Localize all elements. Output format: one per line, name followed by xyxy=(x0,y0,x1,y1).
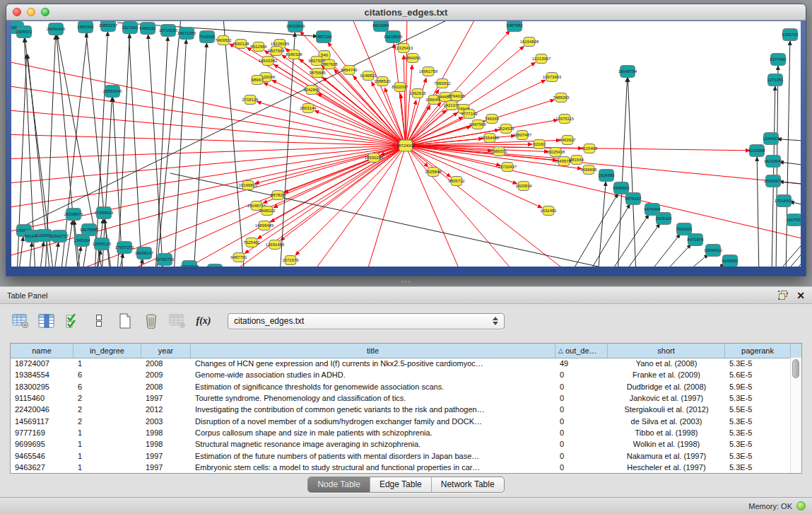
column-header-title[interactable]: title xyxy=(191,344,555,358)
vertical-scrollbar[interactable] xyxy=(790,358,801,473)
graph-node-label: 2935114 xyxy=(656,216,673,221)
graph-edge[interactable] xyxy=(156,21,181,267)
table-row[interactable]: 946554611997Estimation of the future num… xyxy=(11,450,791,461)
column-header-in_degree[interactable]: in_degree xyxy=(73,344,141,358)
graph-edge[interactable] xyxy=(777,139,801,141)
graph-edge[interactable] xyxy=(11,146,406,159)
graph-node-label: 8215958 xyxy=(748,148,765,153)
graph-node-label: 546 xyxy=(321,53,329,57)
graph-node-label: 6794028 xyxy=(448,94,465,98)
graph-edge[interactable] xyxy=(40,242,44,267)
close-window-button[interactable] xyxy=(13,8,21,16)
graph-edge[interactable] xyxy=(608,215,649,267)
graph-edge[interactable] xyxy=(54,243,59,267)
delete-column-icon[interactable] xyxy=(142,313,160,329)
graph-node-label: 7515526 xyxy=(199,35,216,39)
new-column-icon[interactable] xyxy=(116,313,134,329)
zoom-window-button[interactable] xyxy=(41,8,49,16)
table-selector-dropdown[interactable]: citations_edges.txt xyxy=(228,313,505,329)
table-row[interactable]: 1456911722003Disruption of a novel membe… xyxy=(11,415,791,426)
graph-edge[interactable] xyxy=(117,34,130,267)
graph-edge[interactable] xyxy=(314,111,406,146)
table-row[interactable]: 1872400712008Changes of HCN gene express… xyxy=(11,358,791,369)
tab-network-table[interactable]: Network Table xyxy=(432,477,504,492)
graph-edge[interactable] xyxy=(570,194,618,267)
graph-edge[interactable] xyxy=(128,21,142,267)
graph-edge[interactable] xyxy=(779,162,801,166)
select-all-checks-icon[interactable] xyxy=(64,313,82,329)
window-titlebar[interactable]: citations_edges.txt xyxy=(6,4,806,21)
column-select-icon[interactable] xyxy=(37,313,56,329)
column-header-name[interactable]: name xyxy=(11,344,73,358)
graph-edge[interactable] xyxy=(167,146,406,267)
graph-edge[interactable] xyxy=(782,246,801,267)
graph-node-label: 17359924 xyxy=(95,211,114,215)
graph-edge[interactable] xyxy=(661,245,691,267)
graph-edge[interactable] xyxy=(406,146,801,242)
graph-edge[interactable] xyxy=(683,255,708,267)
table-cell: Hescheler et al. (1997) xyxy=(608,463,725,472)
table-cell: Jankovic et al. (1997) xyxy=(608,394,725,402)
table-row[interactable]: 946362711997Embryonic stem cells: a mode… xyxy=(11,462,791,473)
row-height-icon[interactable] xyxy=(90,313,108,329)
panel-splitter-handle[interactable] xyxy=(400,279,411,284)
graph-edge[interactable] xyxy=(598,182,606,267)
minimize-window-button[interactable] xyxy=(27,8,35,16)
column-header-short[interactable]: short xyxy=(608,344,725,358)
table-row[interactable]: 2242004622012Investigating the contribut… xyxy=(11,404,791,415)
column-header-pagerank[interactable]: pagerank xyxy=(725,344,791,358)
table-row[interactable]: 1938455462009Genome-wide association stu… xyxy=(11,369,791,380)
graph-node-label: 8938923 xyxy=(613,186,630,190)
graph-node-label: 12942757 xyxy=(50,234,69,238)
tab-edge-table[interactable]: Edge Table xyxy=(370,477,432,492)
graph-edge[interactable] xyxy=(406,146,464,267)
graph-edge[interactable] xyxy=(623,223,660,267)
graph-edge[interactable] xyxy=(148,35,163,267)
graph-edge[interactable] xyxy=(757,157,759,267)
graph-edge[interactable] xyxy=(647,234,680,267)
graph-edge[interactable] xyxy=(406,30,510,146)
scrollbar-thumb[interactable] xyxy=(792,359,799,378)
graph-edge[interactable] xyxy=(618,78,628,267)
table-cell: 2 xyxy=(73,405,141,414)
graph-edge[interactable] xyxy=(194,43,206,267)
graph-edge[interactable] xyxy=(628,78,636,267)
table-row[interactable]: 969969511998Structural magnetic resonanc… xyxy=(11,438,791,450)
graph-edge[interactable] xyxy=(11,146,406,184)
table-row[interactable]: 1830029562008Estimation of significance … xyxy=(11,381,791,392)
graph-edge[interactable] xyxy=(318,93,406,146)
table-row[interactable]: 911546021997Tourette syndrome. Phenomeno… xyxy=(11,392,791,404)
graph-edge[interactable] xyxy=(334,69,406,146)
table-cell: 5.3E-5 xyxy=(725,463,791,472)
table-row[interactable]: 977716911998Corpus callosum shape and si… xyxy=(11,427,791,438)
graph-edge[interactable] xyxy=(786,41,790,267)
graph-edge[interactable] xyxy=(245,146,406,253)
graph-edge[interactable] xyxy=(29,243,32,267)
close-panel-icon[interactable]: ✕ xyxy=(796,291,805,300)
table-cell: 0 xyxy=(555,428,608,437)
graph-edge[interactable] xyxy=(255,146,406,184)
graph-edge[interactable] xyxy=(281,146,406,240)
graph-edge[interactable] xyxy=(11,146,406,258)
graph-node-label: 16961758 xyxy=(419,69,438,74)
graph-edge[interactable] xyxy=(704,264,724,267)
graph-edge[interactable] xyxy=(223,21,245,267)
graph-edge[interactable] xyxy=(779,182,801,185)
function-builder-icon[interactable]: f(x) xyxy=(194,313,213,329)
table-settings-icon[interactable] xyxy=(11,313,30,329)
graph-node[interactable] xyxy=(208,264,223,267)
column-header-year[interactable]: year xyxy=(141,344,191,358)
graph-edge[interactable] xyxy=(264,83,406,146)
graph-node-label: 981544 xyxy=(570,158,584,162)
column-header-out_de[interactable]: △out_de… xyxy=(555,344,608,358)
graph-edge[interactable] xyxy=(64,221,73,267)
graph-edge[interactable] xyxy=(365,146,406,267)
table-cell: 19384554 xyxy=(11,370,73,379)
graph-edge[interactable] xyxy=(155,37,168,267)
float-panel-icon[interactable] xyxy=(778,291,788,300)
network-canvas[interactable]: 1495572190557220691406156634210853297152… xyxy=(11,21,801,267)
import-table-icon[interactable] xyxy=(168,313,187,329)
tab-node-table[interactable]: Node Table xyxy=(308,477,370,492)
graph-edge[interactable] xyxy=(793,257,801,267)
panel-title: Table Panel xyxy=(7,291,48,300)
